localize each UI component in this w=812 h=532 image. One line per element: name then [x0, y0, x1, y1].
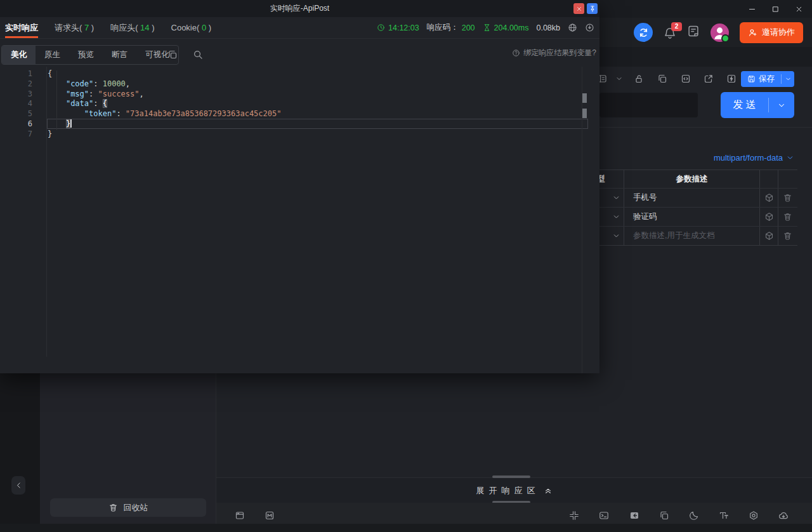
window-controls [748, 0, 808, 18]
cube-cell[interactable] [760, 208, 778, 226]
minimize-icon[interactable] [748, 5, 756, 13]
browser-icon[interactable] [235, 510, 245, 521]
download-icon[interactable] [585, 23, 594, 32]
collapse-sidebar-button[interactable] [11, 476, 25, 495]
recycle-label: 回收站 [124, 502, 148, 514]
response-window-titlebar[interactable]: 实时响应-ApiPost [0, 0, 599, 17]
invite-label: 邀请协作 [762, 27, 795, 38]
cube-cell[interactable] [760, 227, 778, 245]
avatar[interactable] [710, 23, 729, 42]
response-window-title: 实时响应-ApiPost [0, 0, 599, 17]
pin-icon [589, 5, 596, 13]
save-label: 保存 [759, 74, 775, 84]
notes-button[interactable] [687, 25, 700, 40]
invite-collaborate-button[interactable]: 邀请协作 [740, 22, 803, 43]
response-duration: 204.00ms [494, 23, 529, 32]
xmark-icon [576, 6, 582, 12]
xmark-icon[interactable] [795, 5, 803, 13]
search-response-icon[interactable] [193, 50, 203, 60]
body-type-selector[interactable]: multipart/form-data [647, 152, 794, 163]
collapse-icon[interactable] [569, 510, 579, 521]
line-number: 1 [0, 69, 32, 79]
recycle-bin-button[interactable]: 回收站 [50, 498, 206, 517]
cube-cell[interactable] [760, 189, 778, 207]
expand-label: 展开响应区 [476, 485, 540, 496]
trash-icon [783, 231, 792, 241]
param-desc-cell[interactable]: 参数描述,用于生成文档 [624, 227, 760, 245]
sync-button[interactable] [634, 23, 653, 42]
view-tab-预览[interactable]: 预览 [69, 46, 103, 64]
text-size-icon[interactable] [719, 510, 729, 521]
drag-handle[interactable] [492, 475, 530, 478]
trash-icon [783, 193, 792, 203]
response-tab-请求头[interactable]: 请求头( 7 ) [55, 17, 94, 38]
cloud-download-icon[interactable] [778, 510, 789, 521]
view-tab-断言[interactable]: 断言 [103, 46, 136, 64]
param-desc-cell[interactable]: 验证码 [624, 208, 760, 226]
chevron-down-icon [612, 213, 620, 221]
editor-line-6[interactable]: 6 } [0, 119, 599, 130]
expand-response-bar[interactable]: 展开响应区 [216, 477, 812, 503]
box-arrow-icon[interactable] [629, 510, 639, 521]
editor-line-3[interactable]: 3 "msg": "success", [0, 90, 599, 100]
moon-icon[interactable] [689, 510, 699, 521]
hourglass-icon [483, 23, 491, 32]
maximize-icon[interactable] [771, 5, 780, 13]
response-code-label: 响应码： [427, 22, 459, 33]
response-tab-Cookie[interactable]: Cookie( 0 ) [171, 17, 212, 38]
param-desc-cell[interactable]: 手机号 [624, 189, 760, 207]
code-square-icon[interactable] [681, 74, 691, 84]
note-icon [687, 25, 700, 37]
chevrons-up-icon [544, 486, 553, 495]
response-code: 200 [462, 23, 475, 32]
param-row: 参数描述,用于生成文档 [594, 226, 797, 245]
response-tab-响应头[interactable]: 响应头( 14 ) [110, 17, 154, 38]
trash-icon [783, 212, 792, 222]
param-row: 手机号 [594, 188, 797, 207]
close-window-button[interactable] [573, 3, 584, 14]
trash-icon [108, 503, 118, 512]
copy-icon[interactable] [659, 510, 669, 521]
response-tab-实时响应[interactable]: 实时响应 [5, 17, 38, 38]
trash-cell[interactable] [778, 208, 797, 226]
chevron-left-icon [15, 481, 23, 489]
bolt-icon[interactable] [726, 74, 737, 84]
editor-line-4[interactable]: 4 "data": { [0, 99, 599, 109]
cube-icon [764, 231, 774, 241]
pin-window-button[interactable] [587, 3, 598, 14]
save-button[interactable]: 保存 [741, 71, 794, 87]
share-icon[interactable] [704, 74, 714, 84]
chevron-down-icon[interactable] [615, 75, 623, 83]
terminal-icon[interactable] [599, 510, 609, 521]
editor-line-2[interactable]: 2 "code": 10000, [0, 79, 599, 90]
notifications-button[interactable]: 2 [664, 25, 676, 39]
url-input[interactable] [599, 93, 698, 117]
trash-cell[interactable] [778, 189, 797, 207]
editor-line-5[interactable]: 5 "token": "73a14ab3e73a853687293363ac45… [0, 109, 599, 119]
save-dropdown[interactable] [782, 76, 794, 83]
chevron-down-icon [612, 232, 620, 240]
copy-icon[interactable] [657, 74, 667, 84]
unlock-icon[interactable] [634, 74, 644, 84]
chevron-down-icon [777, 101, 786, 110]
bind-hint-label: 绑定响应结果到变量? [523, 48, 596, 58]
view-tab-美化[interactable]: 美化 [2, 46, 36, 64]
response-json-editor[interactable]: 1{2 "code": 10000,3 "msg": "success",4 "… [0, 67, 599, 373]
line-number: 5 [0, 109, 32, 119]
settings-icon[interactable] [749, 510, 759, 521]
editor-line-1[interactable]: 1{ [0, 69, 599, 79]
editor-line-7[interactable]: 7} [0, 130, 599, 140]
response-size: 0.08kb [536, 23, 560, 32]
bottom-strip [0, 524, 812, 532]
apipost-app: 2 邀请协作 保存 发送 multip [0, 0, 812, 532]
text-cursor [70, 119, 72, 128]
copy-response-icon[interactable] [167, 50, 178, 60]
bind-result-hint[interactable]: 绑定响应结果到变量? [512, 39, 596, 67]
markdown-icon[interactable] [265, 510, 275, 521]
trash-cell[interactable] [778, 227, 797, 245]
globe-icon[interactable] [568, 23, 577, 32]
send-dropdown[interactable] [769, 101, 794, 110]
sync-icon [638, 27, 649, 38]
send-button[interactable]: 发送 [721, 92, 794, 118]
view-tab-原生[interactable]: 原生 [36, 46, 69, 64]
